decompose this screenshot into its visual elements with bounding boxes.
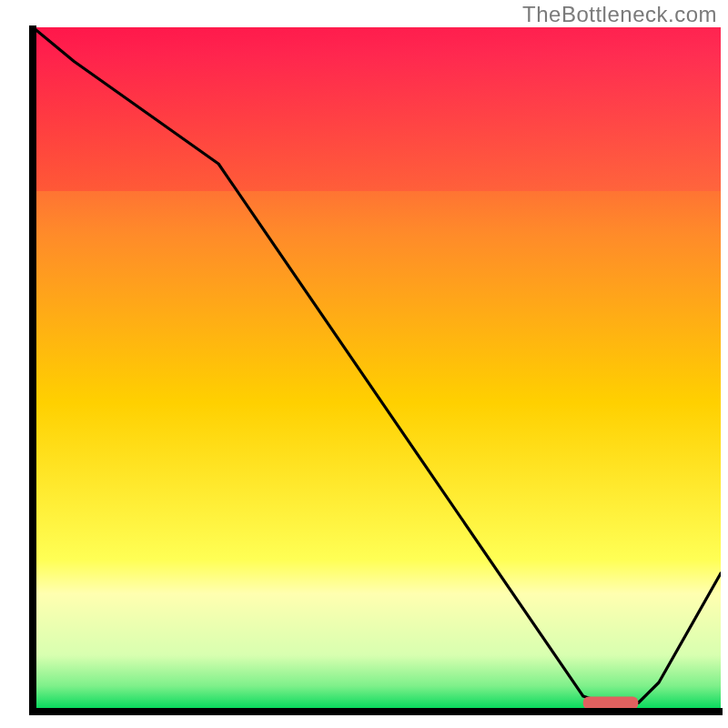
chart-container: { "attribution": "TheBottleneck.com", "c…	[0, 0, 728, 728]
attribution-text: TheBottleneck.com	[522, 2, 717, 27]
plot-area	[33, 27, 721, 710]
optimal-marker	[583, 697, 639, 710]
svg-rect-2	[33, 27, 721, 191]
bottleneck-chart	[0, 0, 728, 728]
